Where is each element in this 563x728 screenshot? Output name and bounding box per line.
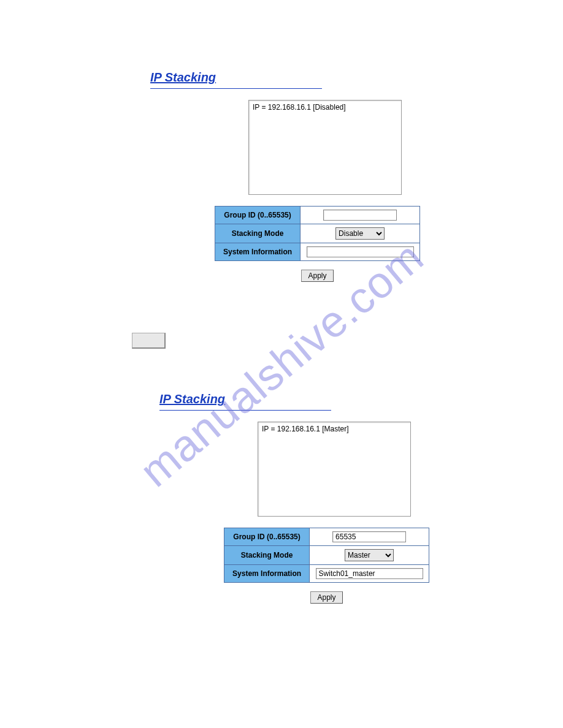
ip-list-item[interactable]: IP = 192.168.16.1 [Master] xyxy=(262,425,407,433)
apply-button[interactable]: Apply xyxy=(301,270,333,282)
ip-stacking-panel-master: IP Stacking IP = 192.168.16.1 [Master] G… xyxy=(159,392,466,604)
ip-stacking-panel-disabled: IP Stacking IP = 192.168.16.1 [Disabled]… xyxy=(150,70,457,282)
sysinfo-cell xyxy=(310,565,429,583)
config-table: Group ID (0..65535) Stacking Mode Disabl… xyxy=(215,206,420,261)
title-underline xyxy=(150,88,322,89)
ip-list-item[interactable]: IP = 192.168.16.1 [Disabled] xyxy=(253,103,397,112)
stacking-mode-label: Stacking Mode xyxy=(215,224,301,243)
group-id-cell xyxy=(310,528,429,546)
apply-row: Apply xyxy=(215,270,420,282)
gray-button[interactable] xyxy=(132,333,166,349)
stacking-mode-label: Stacking Mode xyxy=(224,546,310,565)
section-title: IP Stacking xyxy=(159,392,225,408)
sysinfo-label: System Information xyxy=(224,565,310,583)
title-underline xyxy=(159,410,331,411)
stacking-mode-cell: Master xyxy=(310,546,429,565)
sysinfo-input[interactable] xyxy=(307,246,414,257)
apply-row: Apply xyxy=(224,591,429,604)
group-id-input[interactable] xyxy=(332,531,406,542)
ip-listbox[interactable]: IP = 192.168.16.1 [Disabled] xyxy=(248,100,402,195)
sysinfo-label: System Information xyxy=(215,243,301,261)
group-id-input[interactable] xyxy=(323,210,397,221)
apply-button[interactable]: Apply xyxy=(310,591,342,604)
stacking-mode-select[interactable]: Disable xyxy=(335,227,385,240)
section-title: IP Stacking xyxy=(150,70,216,86)
config-table: Group ID (0..65535) Stacking Mode Master… xyxy=(224,528,429,583)
sysinfo-input[interactable] xyxy=(316,568,423,579)
sysinfo-cell xyxy=(301,243,420,261)
ip-listbox[interactable]: IP = 192.168.16.1 [Master] xyxy=(258,422,411,517)
group-id-cell xyxy=(301,207,420,224)
group-id-label: Group ID (0..65535) xyxy=(215,207,301,224)
group-id-label: Group ID (0..65535) xyxy=(224,528,310,546)
stacking-mode-cell: Disable xyxy=(301,224,420,243)
stacking-mode-select[interactable]: Master xyxy=(345,549,394,561)
